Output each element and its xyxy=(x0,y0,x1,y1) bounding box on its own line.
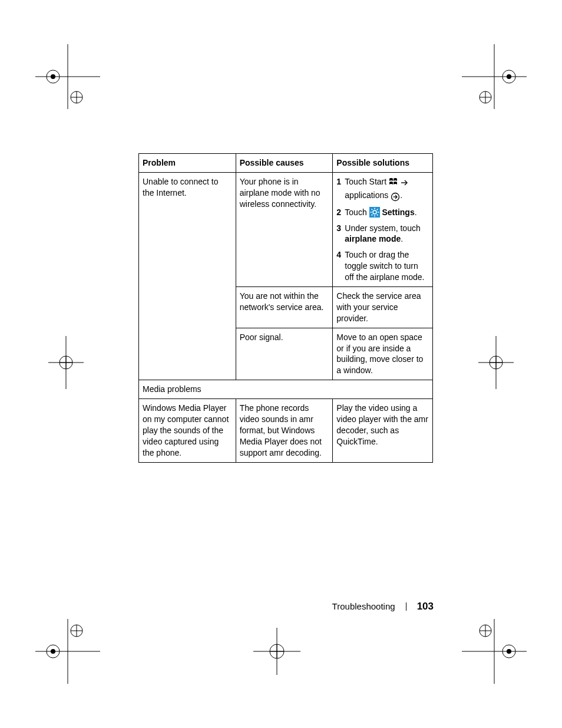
period: . xyxy=(400,190,402,200)
manual-page: Problem Possible causes Possible solutio… xyxy=(0,0,562,728)
cell-solution: Check the service area with your service… xyxy=(333,287,433,328)
troubleshooting-table-container: Problem Possible causes Possible solutio… xyxy=(138,153,433,463)
period: . xyxy=(401,234,403,243)
crop-mark-icon xyxy=(462,44,527,109)
col-solutions: Possible solutions xyxy=(333,154,433,173)
svg-line-52 xyxy=(376,214,378,215)
svg-point-4 xyxy=(71,91,82,103)
circle-arrow-right-icon xyxy=(391,191,400,202)
svg-point-3 xyxy=(51,74,55,79)
crop-mark-icon xyxy=(253,628,300,675)
svg-point-21 xyxy=(490,356,503,369)
svg-point-26 xyxy=(47,645,59,658)
svg-line-54 xyxy=(371,214,372,215)
step-text: Under system, touch xyxy=(345,223,420,233)
cell-cause: The phone records video sounds in amr fo… xyxy=(236,399,333,462)
solution-steps: Touch Start applications . Touch xyxy=(336,176,429,283)
cell-solution: Play the video using a video player with… xyxy=(333,399,433,462)
crop-mark-icon xyxy=(35,44,100,109)
col-causes: Possible causes xyxy=(236,154,333,173)
crop-mark-icon xyxy=(35,619,100,684)
step-item: Touch or drag the toggle switch to turn … xyxy=(336,249,429,283)
step-text: Touch or drag the toggle switch to turn … xyxy=(345,250,424,282)
period: . xyxy=(415,207,417,217)
step-item: Touch Settings. xyxy=(336,207,429,218)
crop-mark-icon xyxy=(462,619,527,684)
svg-point-2 xyxy=(47,70,59,83)
footer-section: Troubleshooting xyxy=(332,601,395,611)
svg-point-10 xyxy=(507,74,511,79)
windows-logo-icon xyxy=(389,177,398,189)
section-row-media: Media problems xyxy=(139,380,433,399)
svg-line-53 xyxy=(376,209,378,210)
svg-point-33 xyxy=(503,645,515,658)
page-number: 103 xyxy=(417,601,434,612)
table-row: Unable to connect to the Internet. Your … xyxy=(139,172,433,286)
cell-problem: Windows Media Player on my computer cann… xyxy=(139,399,236,462)
footer-separator xyxy=(406,602,406,611)
svg-point-46 xyxy=(373,210,376,214)
table-header-row: Problem Possible causes Possible solutio… xyxy=(139,154,433,173)
svg-point-28 xyxy=(71,625,82,637)
section-title: Media problems xyxy=(139,380,433,399)
svg-point-35 xyxy=(480,625,491,637)
gear-icon xyxy=(369,207,380,218)
cell-solution: Move to an open space or if you are insi… xyxy=(333,328,433,380)
col-problem: Problem xyxy=(139,154,236,173)
svg-line-51 xyxy=(371,209,372,210)
cell-problem: Unable to connect to the Internet. xyxy=(139,172,236,380)
cell-cause: You are not within the network's service… xyxy=(236,287,333,328)
cell-cause: Your phone is in airplane mode with no w… xyxy=(236,172,333,286)
crop-mark-icon xyxy=(478,336,514,389)
svg-point-40 xyxy=(270,644,284,658)
svg-point-16 xyxy=(59,356,72,369)
cell-cause: Poor signal. xyxy=(236,328,333,380)
step-text: Touch Start xyxy=(345,177,386,186)
cell-solution: Touch Start applications . Touch xyxy=(333,172,433,286)
step-item: Touch Start applications . xyxy=(336,176,429,202)
svg-point-11 xyxy=(480,91,491,103)
crop-mark-icon xyxy=(48,336,84,389)
step-text-bold: airplane mode xyxy=(345,234,401,243)
svg-point-34 xyxy=(507,649,511,654)
table-row: Windows Media Player on my computer cann… xyxy=(139,399,433,462)
page-footer: Troubleshooting 103 xyxy=(332,601,434,612)
arrow-right-icon xyxy=(401,177,409,189)
svg-point-27 xyxy=(51,649,55,654)
step-text-bold: Settings xyxy=(382,207,414,217)
step-item: Under system, touch airplane mode. xyxy=(336,223,429,245)
step-text: Touch xyxy=(345,207,366,217)
step-text: applications xyxy=(345,190,388,200)
svg-point-9 xyxy=(503,70,515,83)
troubleshooting-table: Problem Possible causes Possible solutio… xyxy=(138,153,433,463)
